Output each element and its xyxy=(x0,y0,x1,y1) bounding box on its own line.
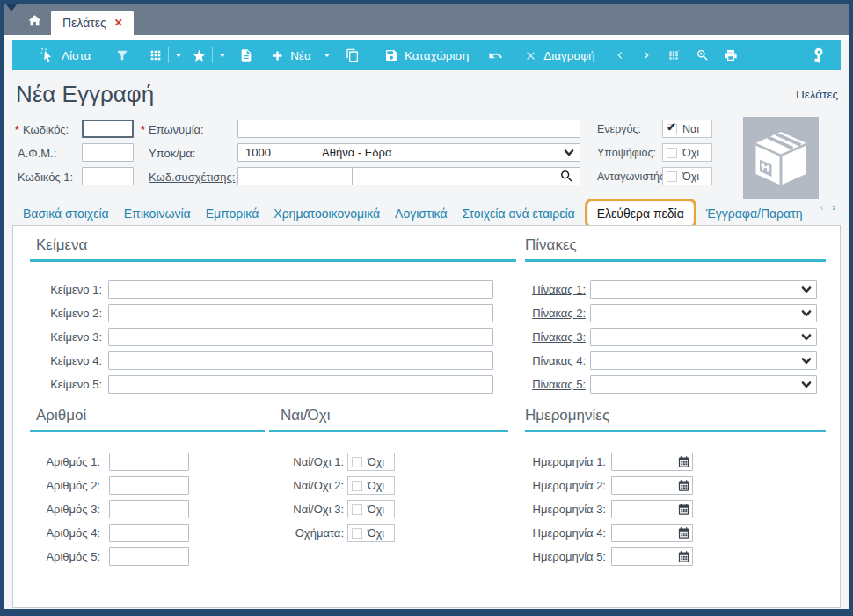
table-field-label[interactable]: Πίνακας 5: xyxy=(497,378,586,391)
document-tab-pelates[interactable]: Πελάτες ✕ xyxy=(51,11,134,35)
relation-code-description-input[interactable] xyxy=(352,167,580,185)
flag-row: Ανταγωνιστής: ✔ Όχι xyxy=(597,167,712,185)
branch-code: 1000 xyxy=(245,144,271,161)
calendar-button[interactable] xyxy=(677,550,690,563)
page-title: Νέα Εγγραφή xyxy=(16,81,154,108)
chevron-right-icon xyxy=(639,48,653,62)
cells-grid-icon xyxy=(667,49,680,62)
boolean-checkbox[interactable]: ✔ Όχι xyxy=(347,453,395,471)
checkbox[interactable]: ✔ xyxy=(667,124,677,134)
number-field-input[interactable] xyxy=(109,453,189,471)
toolbar: Λίστα Νέα xyxy=(12,40,841,70)
calendar-button[interactable] xyxy=(677,479,690,492)
text-field-input[interactable] xyxy=(108,351,493,370)
table-field-label[interactable]: Πίνακας 2: xyxy=(497,307,586,320)
number-field-input[interactable] xyxy=(109,524,189,542)
calendar-icon xyxy=(677,550,690,563)
print-button[interactable] xyxy=(724,48,738,62)
flag-checkbox[interactable]: ✔ Ναι xyxy=(662,120,712,138)
table-field-label[interactable]: Πίνακας 3: xyxy=(497,330,586,344)
grid-view-caret-button[interactable] xyxy=(174,51,183,60)
grid-view-button[interactable] xyxy=(149,48,163,62)
filter-icon xyxy=(115,48,129,62)
boolean-checkbox[interactable]: ✔ Όχι xyxy=(347,476,395,495)
zoom-button[interactable] xyxy=(696,48,710,62)
branch-select[interactable]: 1000 Αθήνα - Εδρα xyxy=(237,143,580,162)
checkbox[interactable]: ✔ xyxy=(667,171,677,182)
copy-record-button[interactable] xyxy=(346,48,360,62)
checkbox[interactable]: ✔ xyxy=(352,481,362,491)
home-button[interactable] xyxy=(23,11,46,30)
calendar-button[interactable] xyxy=(677,526,690,540)
boolean-checkbox[interactable]: ✔ Όχι xyxy=(347,524,395,542)
access-rights-button[interactable] xyxy=(811,47,827,63)
home-icon xyxy=(27,13,42,28)
caret-down-icon xyxy=(174,51,183,60)
tab-scroll-left-icon[interactable] xyxy=(817,203,827,213)
tab-scroll-right-icon[interactable] xyxy=(829,203,839,213)
text-field-input[interactable] xyxy=(108,280,493,299)
tab[interactable]: Ελεύθερα πεδία xyxy=(588,202,693,225)
table-select[interactable] xyxy=(590,328,817,346)
search-button[interactable] xyxy=(559,169,574,187)
cells-button[interactable] xyxy=(667,49,680,62)
window-menu-triangle-icon[interactable] xyxy=(6,4,17,11)
checkbox[interactable]: ✔ xyxy=(352,457,362,467)
table-select[interactable] xyxy=(590,351,817,370)
date-field xyxy=(611,500,693,518)
flag-checkbox[interactable]: ✔ Όχι xyxy=(662,167,712,185)
new-record-caret-button[interactable] xyxy=(323,51,332,60)
number-field-input[interactable] xyxy=(109,547,189,566)
vat-input[interactable] xyxy=(82,143,134,162)
record-image-placeholder[interactable] xyxy=(743,117,819,199)
number-field-input[interactable] xyxy=(109,500,189,518)
relation-code-label[interactable]: Κωδ.συσχέτισης: xyxy=(149,168,235,186)
next-record-button[interactable] xyxy=(639,48,653,62)
favorites-caret-button[interactable] xyxy=(218,51,227,60)
calendar-button[interactable] xyxy=(677,503,690,516)
code1-input[interactable] xyxy=(82,167,134,185)
tab[interactable]: Χρηματοοικονομικά xyxy=(272,202,382,225)
tab[interactable]: Στοιχεία ανά εταιρεία xyxy=(461,202,577,225)
text-field-input[interactable] xyxy=(108,328,493,346)
previous-record-button[interactable] xyxy=(613,48,627,62)
undo-button[interactable] xyxy=(488,48,503,63)
table-field-label[interactable]: Πίνακας 1: xyxy=(497,283,586,296)
favorites-button[interactable] xyxy=(192,48,207,63)
boolean-value: Όχι xyxy=(368,480,384,492)
text-field-input[interactable] xyxy=(108,375,493,394)
calendar-button[interactable] xyxy=(677,455,690,468)
table-select[interactable] xyxy=(590,280,817,299)
checkbox[interactable]: ✔ xyxy=(352,528,362,539)
flag-row: Ενεργός: ✔ Ναι xyxy=(597,120,712,138)
flag-checkbox[interactable]: ✔ Όχι xyxy=(662,143,712,162)
tab[interactable]: Λογιστικά xyxy=(393,202,448,225)
table-field-label[interactable]: Πίνακας 4: xyxy=(497,354,586,367)
filter-button[interactable] xyxy=(115,48,129,62)
tab[interactable]: Βασικά στοιχεία xyxy=(21,202,111,225)
code-input[interactable] xyxy=(82,120,134,138)
table-select[interactable] xyxy=(590,375,817,394)
date-field xyxy=(611,453,693,471)
export-button[interactable] xyxy=(239,48,253,62)
number-field-input[interactable] xyxy=(109,476,189,495)
name-input[interactable] xyxy=(237,120,580,138)
relation-code-input[interactable] xyxy=(237,167,353,185)
new-record-button[interactable]: Νέα xyxy=(271,49,311,62)
tab-label: Χρηματοοικονομικά xyxy=(273,207,380,221)
package-box-icon xyxy=(749,127,813,190)
tab[interactable]: Έγγραφα/Παρατη xyxy=(704,202,805,225)
checkbox[interactable]: ✔ xyxy=(352,504,362,515)
checkbox[interactable]: ✔ xyxy=(667,148,677,158)
close-tab-icon[interactable]: ✕ xyxy=(114,18,123,28)
table-select[interactable] xyxy=(590,304,817,322)
list-button[interactable]: Λίστα xyxy=(40,48,91,63)
text-field-input[interactable] xyxy=(108,304,493,322)
tab[interactable]: Επικοινωνία xyxy=(122,202,193,225)
boolean-checkbox[interactable]: ✔ Όχι xyxy=(347,500,395,518)
dates-fields: Ημερομηνία 1: Ημερομηνία 2: xyxy=(506,453,693,571)
tab[interactable]: Εμπορικά xyxy=(204,202,261,225)
date-field-row: Ημερομηνία 5: xyxy=(506,547,693,566)
save-button[interactable]: Καταχώριση xyxy=(384,48,469,62)
delete-button[interactable]: Διαγραφή xyxy=(524,49,594,62)
